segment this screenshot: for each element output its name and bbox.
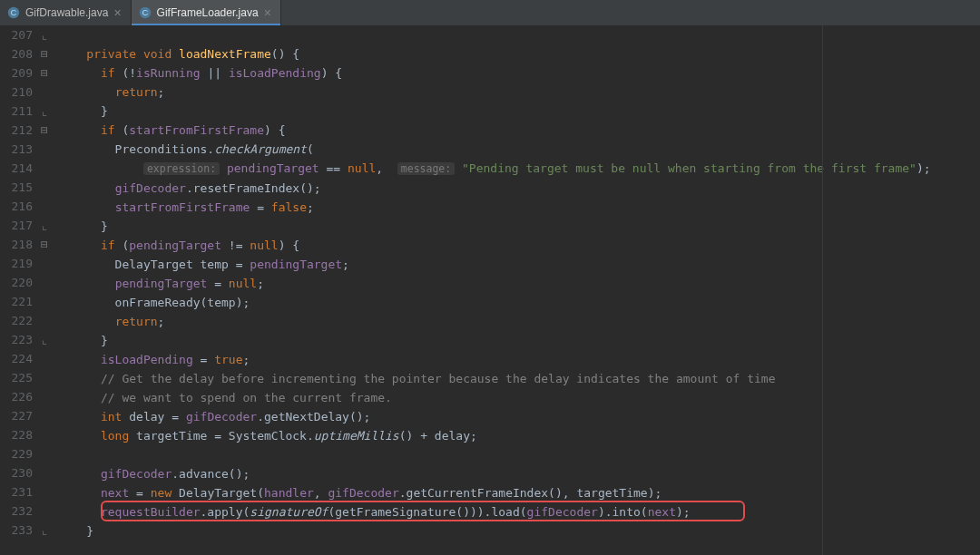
tab-gifdrawable[interactable]: C GifDrawable.java × (0, 0, 132, 25)
java-class-icon: C (7, 6, 20, 19)
tab-label: GifFrameLoader.java (157, 6, 259, 19)
code-editor[interactable]: 207 208 209 210 211 212 213 214 215 216 … (0, 25, 980, 555)
java-class-icon: C (139, 6, 152, 19)
code-area[interactable]: private void loadNextFrame() { if (!isRu… (53, 25, 980, 555)
close-icon[interactable]: × (264, 6, 271, 19)
tab-gifframeloader[interactable]: C GifFrameLoader.java × (132, 0, 281, 25)
editor-tabs: C GifDrawable.java × C GifFrameLoader.ja… (0, 0, 980, 25)
svg-text:C: C (11, 8, 17, 17)
svg-text:C: C (142, 8, 148, 17)
line-number-gutter: 207 208 209 210 211 212 213 214 215 216 … (0, 25, 40, 555)
fold-gutter: ⌞ ⊟ ⊟ ⌞ ⊟ ⌞ ⊟ ⌞ ⌞ (40, 25, 53, 555)
tab-label: GifDrawable.java (25, 6, 108, 19)
right-margin-guide (822, 25, 823, 555)
close-icon[interactable]: × (113, 6, 121, 19)
